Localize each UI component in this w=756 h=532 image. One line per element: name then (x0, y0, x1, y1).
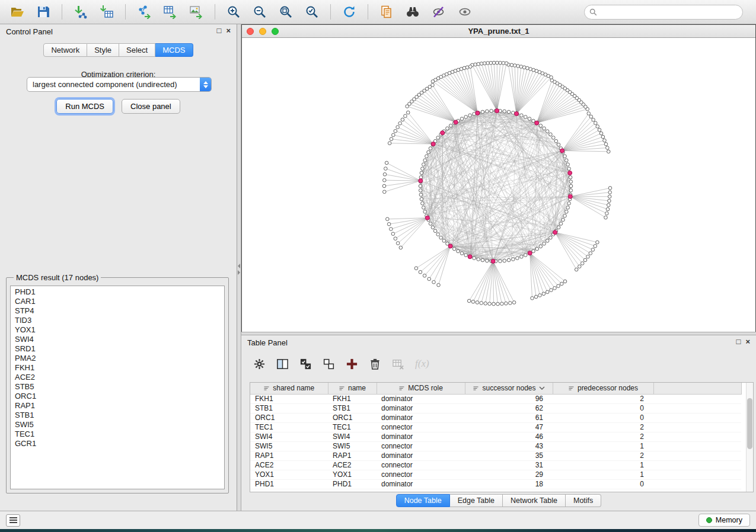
leaf-node[interactable] (471, 300, 475, 304)
cell-shared-name[interactable]: RAP1 (250, 451, 328, 460)
network-node[interactable] (481, 258, 484, 262)
mcds-result-item[interactable]: SWI5 (11, 420, 224, 430)
network-node[interactable] (436, 233, 440, 236)
leaf-node[interactable] (519, 65, 523, 69)
cell-successor-nodes[interactable]: 62 (465, 403, 553, 413)
cell-successor-nodes[interactable]: 31 (465, 460, 553, 470)
network-node[interactable] (503, 110, 506, 113)
cell-successor-nodes[interactable]: 96 (465, 394, 553, 403)
close-table-panel-button[interactable]: × (745, 337, 750, 347)
leaf-node[interactable] (428, 277, 431, 281)
network-node[interactable] (520, 255, 524, 259)
mcds-hub-node[interactable] (515, 111, 519, 116)
network-node[interactable] (473, 257, 476, 260)
network-node[interactable] (464, 254, 468, 257)
leaf-node[interactable] (505, 62, 508, 65)
leaf-node[interactable] (399, 246, 403, 249)
network-node[interactable] (421, 202, 425, 206)
network-node[interactable] (535, 247, 539, 251)
leaf-node[interactable] (480, 302, 483, 305)
cell-name[interactable]: SWI4 (328, 432, 377, 441)
mcds-hub-node[interactable] (568, 194, 572, 198)
leaf-node[interactable] (406, 111, 410, 114)
column-header-MCDS-role[interactable]: MCDS role (377, 383, 465, 394)
network-node[interactable] (419, 189, 422, 193)
network-node[interactable] (565, 159, 569, 162)
network-node[interactable] (507, 110, 511, 114)
zoom-selected-button[interactable] (301, 2, 323, 21)
leaf-node[interactable] (589, 252, 592, 255)
network-node[interactable] (512, 258, 515, 261)
network-node[interactable] (567, 202, 571, 206)
leaf-node[interactable] (390, 227, 393, 231)
network-node[interactable] (559, 222, 563, 226)
cell-mcds-role[interactable]: dominator (377, 413, 465, 422)
cell-shared-name[interactable]: FKH1 (250, 394, 328, 403)
leaf-node[interactable] (387, 223, 391, 226)
cell-mcds-role[interactable]: dominator (377, 451, 465, 460)
network-node[interactable] (452, 247, 456, 251)
tab-network[interactable]: Network (43, 43, 87, 57)
leaf-node[interactable] (583, 258, 587, 262)
mcds-result-item[interactable]: ORC1 (11, 392, 224, 401)
export-table-button[interactable] (159, 2, 181, 21)
leaf-node[interactable] (423, 274, 426, 278)
cell-predecessor-nodes[interactable]: 2 (553, 432, 653, 441)
leaf-node[interactable] (531, 297, 534, 300)
tab-node-table[interactable]: Node Table (396, 494, 450, 507)
leaf-node[interactable] (384, 167, 388, 171)
float-panel-button[interactable]: □ (217, 26, 222, 36)
network-node[interactable] (532, 249, 535, 253)
leaf-node[interactable] (599, 132, 603, 135)
network-node[interactable] (442, 239, 446, 243)
network-node[interactable] (546, 239, 549, 243)
network-node[interactable] (549, 236, 553, 239)
network-node[interactable] (507, 258, 511, 262)
mcds-result-item[interactable]: CAR1 (11, 297, 224, 306)
network-node[interactable] (427, 150, 430, 154)
search-input[interactable] (600, 8, 738, 16)
cell-shared-name[interactable]: ACE2 (250, 460, 328, 470)
float-table-panel-button[interactable]: □ (736, 337, 741, 347)
close-window-button[interactable] (247, 28, 254, 35)
leaf-node[interactable] (394, 237, 397, 241)
cell-shared-name[interactable]: TEC1 (250, 422, 328, 432)
leaf-node[interactable] (492, 302, 496, 306)
save-session-button[interactable] (32, 2, 55, 21)
cell-successor-nodes[interactable]: 46 (465, 432, 553, 441)
network-node[interactable] (516, 257, 519, 260)
leaf-node[interactable] (516, 65, 520, 68)
network-node[interactable] (499, 259, 502, 263)
leaf-node[interactable] (489, 61, 493, 65)
leaf-node[interactable] (505, 302, 508, 305)
minimize-window-button[interactable] (259, 28, 266, 35)
cell-name[interactable]: STB1 (328, 403, 377, 413)
vertical-splitter[interactable] (237, 24, 241, 511)
mcds-result-item[interactable]: YOX1 (11, 325, 224, 335)
leaf-node[interactable] (587, 112, 591, 116)
tab-motifs[interactable]: Motifs (566, 494, 601, 507)
cell-predecessor-nodes[interactable]: 2 (553, 422, 653, 432)
optimization-criterion-dropdown[interactable]: largest connected component (undirected) (27, 77, 212, 92)
cell-successor-nodes[interactable]: 35 (465, 451, 553, 460)
cell-shared-name[interactable]: SWI4 (250, 432, 328, 441)
add-column-button[interactable] (346, 358, 358, 370)
leaf-node[interactable] (396, 126, 400, 129)
network-node[interactable] (446, 127, 449, 130)
show-panels-button[interactable] (6, 514, 20, 527)
mcds-hub-node[interactable] (495, 109, 499, 113)
maximize-window-button[interactable] (272, 28, 279, 35)
leaf-node[interactable] (601, 135, 605, 139)
node-table-row[interactable]: SWI4SWI4dominator462 (250, 432, 741, 441)
network-node[interactable] (422, 163, 426, 166)
leaf-node[interactable] (603, 139, 607, 142)
tab-style[interactable]: Style (87, 43, 119, 57)
leaf-node[interactable] (607, 150, 611, 153)
network-node[interactable] (563, 155, 567, 158)
cell-successor-nodes[interactable]: 29 (465, 470, 553, 479)
leaf-node[interactable] (383, 178, 387, 182)
leaf-node[interactable] (432, 280, 436, 284)
leaf-node[interactable] (499, 61, 502, 65)
leaf-node[interactable] (596, 125, 599, 129)
leaf-node[interactable] (563, 280, 567, 283)
